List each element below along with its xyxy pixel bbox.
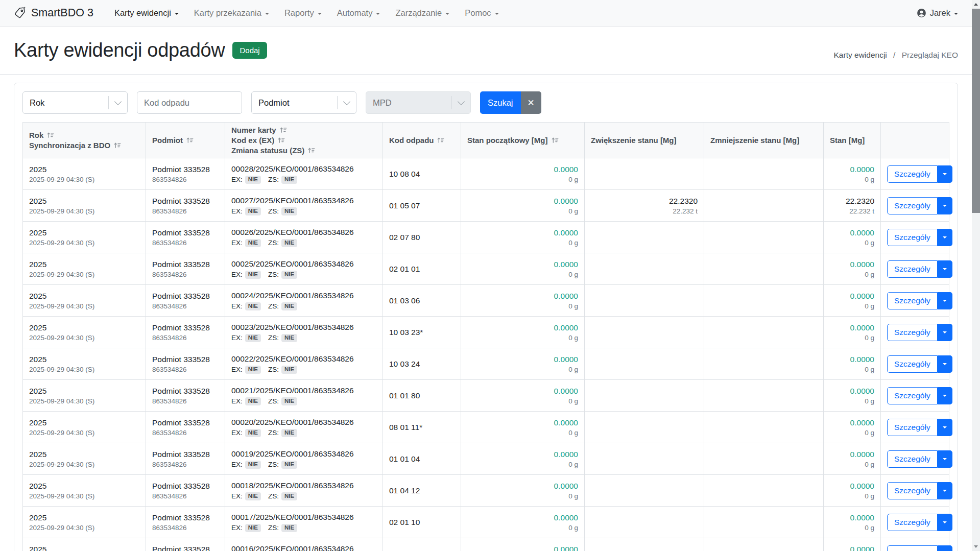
details-button[interactable]: Szczegóły xyxy=(887,387,938,404)
sort-podmiot[interactable]: Podmiot xyxy=(152,135,219,146)
row-year: 2025 xyxy=(29,260,139,269)
row-flags: EX: NIE ZS: NIE xyxy=(231,302,376,311)
stan-value: 0.0000 xyxy=(830,323,874,332)
cell-actions: Szczegóły xyxy=(881,348,949,380)
details-button[interactable]: Szczegóły xyxy=(887,450,938,468)
sort-synchronizacja[interactable]: Synchronizacja z BDO xyxy=(29,140,139,151)
details-dropdown-toggle[interactable] xyxy=(938,419,952,436)
search-button[interactable]: Szukaj xyxy=(480,91,521,114)
cell-numer-karty: 00026/2025/KEO/0001/863534826 EX: NIE ZS… xyxy=(225,222,383,253)
cell-kod-odpadu: 01 04 11 xyxy=(383,538,461,551)
breadcrumb-link[interactable]: Karty ewidencji xyxy=(834,51,887,59)
col-header-stan: Stan [Mg] xyxy=(824,123,881,158)
ex-label: EX: xyxy=(231,271,243,278)
stan-poczatkowy-value: 0.0000 xyxy=(467,197,578,206)
details-button[interactable]: Szczegóły xyxy=(887,229,938,246)
clear-search-button[interactable]: ✕ xyxy=(521,91,541,114)
cell-actions: Szczegóły xyxy=(881,507,949,538)
chevron-down-icon xyxy=(943,490,947,492)
sort-rok[interactable]: Rok xyxy=(29,130,139,140)
sort-kod-ex[interactable]: Kod ex (EX) xyxy=(231,135,376,146)
row-card-number: 00024/2025/KEO/0001/863534826 xyxy=(231,291,376,300)
row-podmiot: Podmiot 333528 xyxy=(152,418,219,427)
details-button[interactable]: Szczegóły xyxy=(887,482,938,499)
zs-label: ZS: xyxy=(268,271,279,278)
stan-value: 0.0000 xyxy=(830,418,874,427)
details-dropdown-toggle[interactable] xyxy=(938,260,952,278)
cell-stan: 0.0000 0 g xyxy=(824,443,881,475)
details-dropdown-toggle[interactable] xyxy=(938,450,952,468)
stan-value: 0.0000 xyxy=(830,482,874,491)
details-dropdown-toggle[interactable] xyxy=(938,482,952,499)
details-dropdown-toggle[interactable] xyxy=(938,197,952,214)
cell-rok-sync: 2025 2025-09-29 04:30 (S) xyxy=(23,253,146,285)
row-flags: EX: NIE ZS: NIE xyxy=(231,492,376,501)
nav-item-2[interactable]: Karty przekazania xyxy=(186,4,277,22)
details-button[interactable]: Szczegóły xyxy=(887,197,938,214)
row-waste-code: 10 08 04 xyxy=(389,170,455,179)
ex-badge: NIE xyxy=(245,397,261,406)
kod-odpadu-input[interactable] xyxy=(137,91,242,114)
details-button[interactable]: Szczegóły xyxy=(887,260,938,278)
breadcrumb-separator: / xyxy=(893,51,895,59)
stan-poczatkowy-value: 0.0000 xyxy=(467,228,578,237)
details-button[interactable]: Szczegóły xyxy=(887,419,938,436)
vertical-scrollbar[interactable] xyxy=(972,0,980,551)
stan-value: 0.0000 xyxy=(830,513,874,522)
ex-label: EX: xyxy=(231,239,243,247)
stan-unit: 0 g xyxy=(830,397,874,405)
stan-unit: 0 g xyxy=(830,366,874,373)
mpd-select[interactable]: MPD xyxy=(366,91,471,114)
cell-rok-sync: 2025 2025-09-29 04:30 (S) xyxy=(23,285,146,317)
rok-select[interactable]: Rok xyxy=(22,91,128,114)
nav-item-1[interactable]: Karty ewidencji xyxy=(107,4,186,22)
row-podmiot-id: 863534826 xyxy=(152,271,219,278)
scrollbar-up-arrow[interactable] xyxy=(972,0,980,9)
sort-numer-karty[interactable]: Numer karty xyxy=(231,125,376,135)
cell-stan-poczatkowy: 0.0000 0 g xyxy=(461,380,585,412)
scrollbar-thumb[interactable] xyxy=(972,9,980,213)
nav-item-3[interactable]: Raporty xyxy=(277,4,329,22)
details-dropdown-toggle[interactable] xyxy=(938,165,952,183)
row-podmiot: Podmiot 333528 xyxy=(152,450,219,459)
cell-actions: Szczegóły xyxy=(881,285,949,317)
sort-stan-poczatkowy[interactable]: Stan początkowy [Mg] xyxy=(467,135,578,146)
stan-poczatkowy-unit: 0 g xyxy=(467,397,578,405)
details-button[interactable]: Szczegóły xyxy=(887,355,938,373)
details-dropdown-toggle[interactable] xyxy=(938,545,952,551)
stan-value: 0.0000 xyxy=(830,260,874,269)
nav-item-4[interactable]: Automaty xyxy=(329,4,388,22)
details-dropdown-toggle[interactable] xyxy=(938,355,952,373)
sort-zmiana-statusu[interactable]: Zmiana statusu (ZS) xyxy=(231,146,376,156)
ex-label: EX: xyxy=(231,302,243,310)
details-dropdown-toggle[interactable] xyxy=(938,229,952,246)
details-dropdown-toggle[interactable] xyxy=(938,292,952,309)
brand[interactable]: SmartBDO 3 xyxy=(14,7,93,19)
scrollbar-down-arrow[interactable] xyxy=(972,542,980,551)
nav-item-6[interactable]: Pomoc xyxy=(457,4,506,22)
details-button[interactable]: Szczegóły xyxy=(887,545,938,551)
details-button[interactable]: Szczegóły xyxy=(887,292,938,309)
table-header-row: Rok Synchronizacja z BDO Podmiot xyxy=(23,123,949,158)
row-card-number: 00027/2025/KEO/0001/863534826 xyxy=(231,196,376,205)
stan-unit: 0 g xyxy=(830,302,874,310)
nav-item-5[interactable]: Zarządzanie xyxy=(388,4,457,22)
zwiekszenie-value: 22.2320 xyxy=(591,197,698,206)
zs-label: ZS: xyxy=(268,397,279,405)
details-dropdown-toggle[interactable] xyxy=(938,387,952,404)
sort-kod-odpadu[interactable]: Kod odpadu xyxy=(389,135,455,146)
cell-stan: 22.2320 22.232 t xyxy=(824,190,881,222)
details-dropdown-toggle[interactable] xyxy=(938,514,952,531)
details-button[interactable]: Szczegóły xyxy=(887,514,938,531)
cell-kod-odpadu: 10 08 04 xyxy=(383,158,461,190)
ex-label: EX: xyxy=(231,397,243,405)
podmiot-select[interactable]: Podmiot xyxy=(251,91,356,114)
details-dropdown-toggle[interactable] xyxy=(938,324,952,341)
details-button[interactable]: Szczegóły xyxy=(887,324,938,341)
stan-value: 22.2320 xyxy=(830,197,874,206)
details-button[interactable]: Szczegóły xyxy=(887,165,938,183)
col-header-rok-sync: Rok Synchronizacja z BDO xyxy=(23,123,146,158)
ex-badge: NIE xyxy=(245,524,261,533)
user-menu[interactable]: Jarek xyxy=(917,8,958,18)
add-button[interactable]: Dodaj xyxy=(232,42,267,59)
